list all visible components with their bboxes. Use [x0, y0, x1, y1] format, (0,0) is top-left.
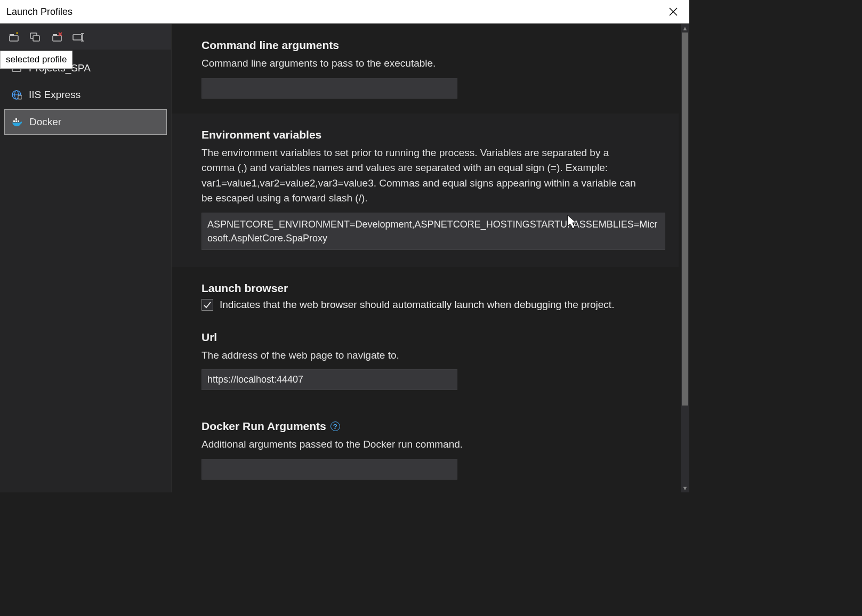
- docker-args-input[interactable]: [202, 459, 457, 480]
- url-input[interactable]: [202, 369, 457, 390]
- launch-profiles-window: Launch Profiles: [0, 0, 689, 492]
- rename-profile-icon: [72, 31, 85, 42]
- command-line-args-input[interactable]: [202, 78, 457, 99]
- content-pane: Command line arguments Command line argu…: [172, 24, 689, 492]
- dialog-body: selected profile Projects_SPA: [0, 24, 689, 492]
- checkmark-icon: [203, 301, 212, 309]
- section-launch-browser: Launch browser Indicates that the web br…: [172, 267, 679, 326]
- svg-rect-5: [33, 36, 39, 41]
- tooltip: selected profile: [0, 51, 72, 69]
- section-command-line-args: Command line arguments Command line argu…: [172, 24, 679, 114]
- section-title-text: Docker Run Arguments: [202, 420, 326, 433]
- scrollbar-thumb[interactable]: [682, 33, 688, 406]
- sidebar: selected profile Projects_SPA: [0, 24, 172, 492]
- svg-rect-19: [18, 95, 22, 99]
- section-title: Launch browser: [202, 282, 649, 295]
- window-title: Launch Profiles: [6, 6, 664, 18]
- section-title: Docker Run Arguments ?: [202, 420, 649, 433]
- help-icon[interactable]: ?: [331, 422, 340, 431]
- titlebar: Launch Profiles: [0, 0, 689, 24]
- profile-item-docker[interactable]: Docker: [4, 109, 167, 135]
- duplicate-profile-button[interactable]: [29, 31, 43, 43]
- svg-rect-21: [15, 120, 17, 122]
- globe-icon: [11, 89, 22, 101]
- delete-profile-button[interactable]: [50, 31, 64, 43]
- profile-item-label: Docker: [29, 116, 61, 128]
- svg-rect-3: [10, 34, 14, 36]
- duplicate-profile-icon: [29, 31, 42, 42]
- section-desc: Command line arguments to pass to the ex…: [202, 56, 639, 71]
- section-desc: The address of the web page to navigate …: [202, 348, 639, 363]
- svg-rect-20: [13, 120, 15, 122]
- svg-rect-2: [10, 36, 18, 41]
- new-profile-button[interactable]: [7, 31, 21, 43]
- svg-rect-10: [73, 35, 82, 40]
- new-profile-icon: [8, 31, 21, 42]
- scroll-down-arrow-icon[interactable]: ▼: [681, 484, 689, 492]
- rename-profile-button[interactable]: [71, 31, 85, 43]
- section-title: Environment variables: [202, 128, 649, 141]
- section-desc: The environment variables to set prior t…: [202, 145, 639, 206]
- scroll-up-arrow-icon[interactable]: ▲: [681, 24, 689, 33]
- section-docker-args: Docker Run Arguments ? Additional argume…: [172, 405, 679, 492]
- section-title: Url: [202, 331, 649, 344]
- svg-rect-22: [15, 118, 17, 120]
- profile-item-label: IIS Express: [29, 89, 80, 101]
- delete-profile-icon: [51, 31, 63, 42]
- section-env-vars: Environment variables The environment va…: [172, 114, 679, 267]
- close-icon: [669, 7, 678, 16]
- svg-rect-7: [53, 34, 57, 36]
- env-vars-input[interactable]: [202, 213, 665, 250]
- svg-rect-6: [53, 36, 61, 41]
- svg-rect-23: [18, 120, 19, 122]
- section-url: Url The address of the web page to navig…: [172, 326, 679, 406]
- docker-icon: [11, 116, 23, 128]
- launch-browser-checkbox[interactable]: [202, 299, 213, 311]
- profile-toolbar: [0, 24, 171, 50]
- close-button[interactable]: [664, 2, 683, 21]
- checkbox-label: Indicates that the web browser should au…: [220, 299, 614, 311]
- section-title: Command line arguments: [202, 39, 649, 52]
- section-desc: Additional arguments passed to the Docke…: [202, 437, 639, 452]
- profile-item-iis-express[interactable]: IIS Express: [4, 83, 167, 107]
- vertical-scrollbar[interactable]: ▲ ▼: [681, 24, 689, 492]
